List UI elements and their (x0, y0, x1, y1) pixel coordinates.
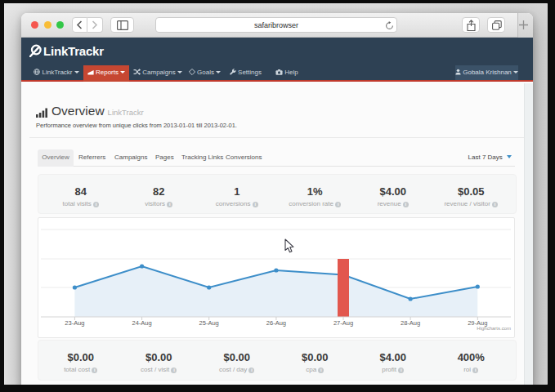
svg-text:24-Aug: 24-Aug (132, 319, 152, 327)
svg-text:23-Aug: 23-Aug (65, 319, 84, 327)
svg-text:27-Aug: 27-Aug (333, 319, 353, 327)
svg-text:25-Aug: 25-Aug (199, 319, 219, 327)
svg-text:Highcharts.com: Highcharts.com (477, 326, 511, 331)
svg-text:28-Aug: 28-Aug (401, 319, 420, 327)
svg-text:26-Aug: 26-Aug (266, 319, 286, 327)
